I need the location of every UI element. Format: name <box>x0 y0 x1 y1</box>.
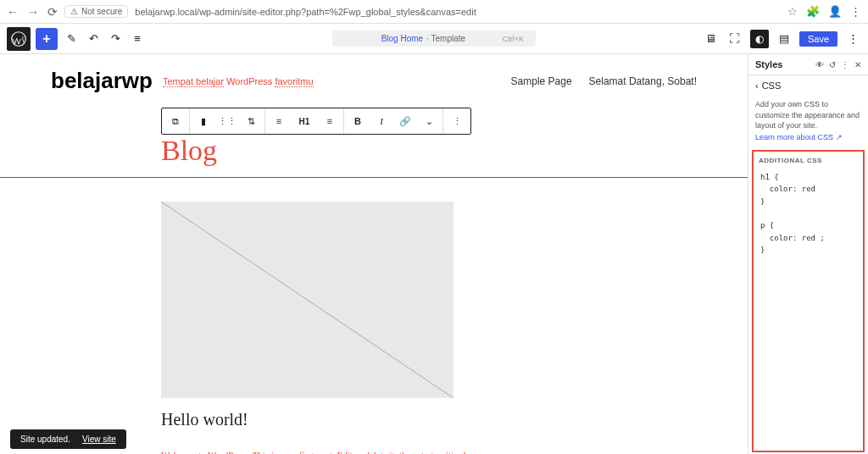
site-title[interactable]: belajarwp <box>51 68 153 94</box>
redo-button[interactable]: ↷ <box>107 30 124 47</box>
panel-menu-icon[interactable]: ⋮ <box>841 60 849 69</box>
panel-description: Add your own CSS to customize the appear… <box>748 96 868 133</box>
style-book-icon[interactable]: 👁 <box>815 60 824 69</box>
site-header-block[interactable]: belajarwp Tempat belajar WordPress favor… <box>0 61 748 101</box>
browser-reload-button[interactable]: ⟳ <box>47 5 58 19</box>
desktop-view-icon[interactable]: 🖥 <box>703 30 720 47</box>
post-excerpt-block[interactable]: Welcome to WordPress. This is your first… <box>161 450 748 454</box>
document-bar[interactable]: Blog Home · Template Ctrl+K <box>332 30 536 47</box>
close-panel-icon[interactable]: ✕ <box>854 60 861 69</box>
site-tagline[interactable]: Tempat belajar WordPress favoritmu <box>163 76 314 86</box>
security-badge[interactable]: ⚠ Not secure <box>64 5 128 18</box>
separator-block[interactable] <box>0 177 748 178</box>
featured-image-placeholder[interactable] <box>161 202 453 398</box>
css-breadcrumb[interactable]: ‹ CSS <box>748 75 868 96</box>
chrome-menu-icon[interactable]: ⋮ <box>850 5 861 18</box>
styles-panel: Styles 👁 ↺ ⋮ ✕ ‹ CSS Add your own CSS to… <box>748 54 868 454</box>
panel-title: Styles <box>755 59 782 69</box>
query-title-block[interactable]: Blog <box>161 135 748 167</box>
move-up-down-icon[interactable]: ⇅ <box>239 109 263 133</box>
bookmark-icon[interactable]: ☆ <box>787 5 798 18</box>
link-button[interactable]: 🔗 <box>393 109 417 133</box>
bold-button[interactable]: B <box>346 109 370 133</box>
post-title-block[interactable]: Hello world! <box>161 410 748 429</box>
url-display[interactable]: belajarwp.local/wp-admin/site-editor.php… <box>135 7 781 17</box>
profile-avatar[interactable]: 👤 <box>828 5 842 18</box>
css-code-editor[interactable]: h1 { color: red } p { color: red ; } <box>754 168 863 451</box>
snackbar-message: Site updated. <box>20 435 70 444</box>
browser-address-bar: ← → ⟳ ⚠ Not secure belajarwp.local/wp-ad… <box>0 0 868 24</box>
document-type: · Template <box>426 34 465 43</box>
italic-button[interactable]: I <box>370 109 393 133</box>
undo-button[interactable]: ↶ <box>85 30 102 47</box>
revisions-icon[interactable]: ↺ <box>829 60 836 69</box>
settings-panel-icon[interactable]: ▤ <box>776 30 793 47</box>
browser-forward-button[interactable]: → <box>27 5 39 19</box>
styles-toggle-icon[interactable]: ◐ <box>750 30 769 48</box>
security-label: Not secure <box>81 7 122 16</box>
align-icon[interactable]: ≡ <box>267 109 291 133</box>
editor-canvas[interactable]: belajarwp Tempat belajar WordPress favor… <box>0 54 748 454</box>
additional-css-section: ADDITIONAL CSS h1 { color: red } p { col… <box>752 150 865 452</box>
extensions-icon[interactable]: 🧩 <box>806 5 820 18</box>
block-toolbar: ⧉ ▮ ⋮⋮ ⇅ ≡ H1 ≡ B I 🔗 <box>161 108 471 135</box>
warning-icon: ⚠ <box>70 7 78 16</box>
back-chevron-icon[interactable]: ‹ <box>755 80 759 91</box>
save-button[interactable]: Save <box>799 31 837 47</box>
nav-item[interactable]: Selamat Datang, Sobat! <box>589 75 697 87</box>
add-block-button[interactable]: + <box>36 28 58 50</box>
browser-back-button[interactable]: ← <box>7 5 19 19</box>
learn-more-link[interactable]: Learn more about CSS ↗ <box>748 133 868 148</box>
more-rich-text-icon[interactable]: ⌄ <box>417 109 441 133</box>
svg-line-1 <box>161 202 453 398</box>
command-shortcut: Ctrl+K <box>503 35 524 43</box>
block-drag-handle[interactable]: ⧉ <box>164 109 187 133</box>
heading-level-button[interactable]: H1 <box>291 109 318 133</box>
block-type-icon[interactable]: ▮ <box>192 109 215 133</box>
text-align-icon[interactable]: ≡ <box>318 109 342 133</box>
zoom-out-icon[interactable]: ⛶ <box>726 30 743 47</box>
notification-snackbar: Site updated. View site <box>10 429 126 449</box>
nav-menu[interactable]: Sample Page Selamat Datang, Sobat! <box>511 75 697 87</box>
block-options-icon[interactable]: ⋮ <box>445 109 469 133</box>
list-view-button[interactable]: ≡ <box>129 30 146 47</box>
more-options-icon[interactable]: ⋮ <box>844 30 861 47</box>
editor-top-toolbar: + ✎ ↶ ↷ ≡ Blog Home · Template Ctrl+K 🖥 … <box>0 24 868 54</box>
wp-logo-button[interactable] <box>7 27 31 51</box>
nav-item[interactable]: Sample Page <box>511 75 572 87</box>
edit-tool-icon[interactable]: ✎ <box>63 30 80 47</box>
additional-css-label: ADDITIONAL CSS <box>754 152 863 168</box>
view-site-link[interactable]: View site <box>82 435 116 444</box>
document-title: Blog Home <box>381 34 423 43</box>
move-handle-icon[interactable]: ⋮⋮ <box>215 109 239 133</box>
